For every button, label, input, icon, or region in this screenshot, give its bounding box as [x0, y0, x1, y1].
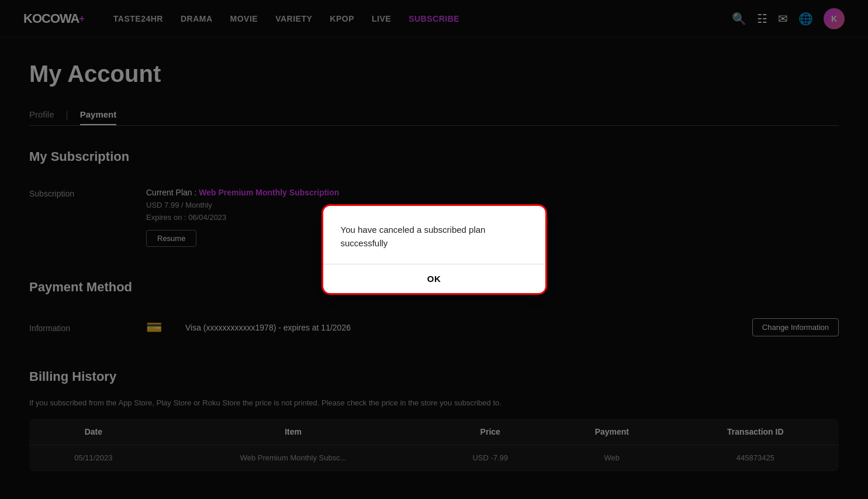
cancel-success-modal: You have canceled a subscribed plan succ… — [323, 206, 545, 293]
modal-message: You have canceled a subscribed plan succ… — [341, 223, 528, 250]
modal-ok-button[interactable]: OK — [341, 264, 528, 293]
modal-overlay: You have canceled a subscribed plan succ… — [0, 0, 868, 499]
